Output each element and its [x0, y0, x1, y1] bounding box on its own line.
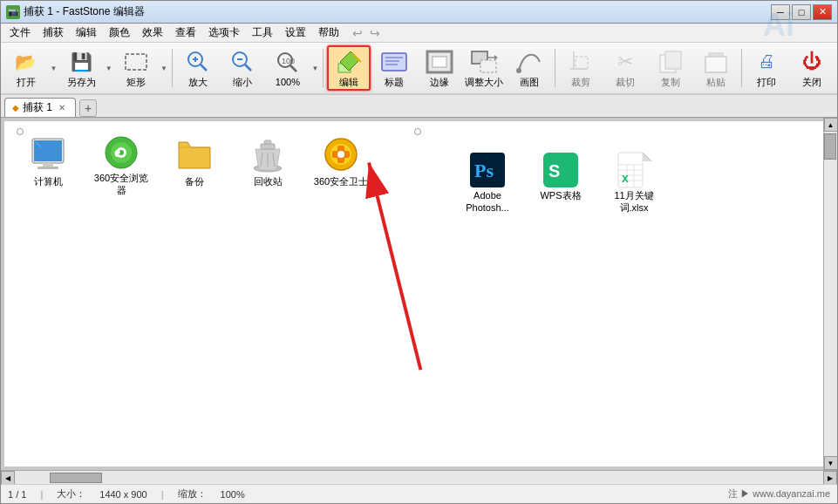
- crop-button[interactable]: 裁剪: [559, 45, 603, 91]
- menu-color[interactable]: 颜色: [104, 24, 135, 42]
- print-button[interactable]: 🖨 打印: [746, 45, 789, 91]
- computer-label: 计算机: [34, 175, 63, 187]
- menu-help[interactable]: 帮助: [313, 24, 344, 42]
- annotation-circle-left: [17, 128, 24, 135]
- draw-label: 画图: [520, 76, 539, 89]
- scroll-right-button[interactable]: ▶: [823, 471, 837, 485]
- icon-360guard[interactable]: 360安全卫士: [306, 130, 376, 200]
- copy-icon: [657, 48, 685, 76]
- saveas-dropdown[interactable]: ▼: [105, 45, 113, 91]
- zoom-100-button[interactable]: 100 100%: [266, 45, 310, 91]
- zoom-100-icon: 100: [274, 49, 302, 77]
- menu-settings[interactable]: 设置: [280, 24, 311, 42]
- cut-button[interactable]: ✂ 裁切: [603, 45, 647, 91]
- copy-button[interactable]: 复制: [649, 45, 692, 91]
- scroll-up-button[interactable]: ▲: [824, 118, 838, 132]
- horizontal-scrollbar-wrap: ◀ ▶: [1, 470, 837, 484]
- draw-icon: [515, 48, 543, 76]
- svg-rect-0: [126, 54, 146, 70]
- label-icon: [380, 48, 408, 76]
- tab-bar: ◆ 捕获 1 ✕ +: [1, 95, 837, 118]
- zoom-dropdown[interactable]: ▼: [311, 45, 320, 91]
- icon-photoshop[interactable]: Ps Adobe Photosh...: [453, 147, 522, 200]
- icon-recycle[interactable]: 回收站: [233, 130, 303, 200]
- app-icon: 📷: [6, 5, 20, 19]
- scroll-left-button[interactable]: ◀: [1, 471, 15, 485]
- tab-capture1[interactable]: ◆ 捕获 1 ✕: [4, 98, 76, 117]
- scroll-track-v: [824, 132, 837, 456]
- draw-button[interactable]: 画图: [508, 45, 551, 91]
- icon-360browser[interactable]: e 360安全浏览器: [86, 130, 156, 200]
- svg-rect-14: [382, 53, 406, 71]
- cut-icon: ✂: [611, 48, 639, 76]
- edit-icon: [335, 48, 363, 76]
- saveas-button[interactable]: 💾 另存为: [59, 45, 103, 91]
- resize-button[interactable]: 调整大小: [462, 45, 506, 91]
- browser-label: 360安全浏览器: [90, 172, 153, 197]
- icon-excel[interactable]: x 11月关键词.xlsx: [599, 147, 669, 200]
- svg-text:x: x: [622, 171, 629, 185]
- redo-button[interactable]: ↪: [367, 26, 383, 40]
- svg-text:100: 100: [282, 57, 295, 65]
- svg-rect-44: [264, 140, 271, 144]
- wps-label: WPS表格: [540, 189, 581, 201]
- tab-close-button[interactable]: ✕: [56, 102, 68, 114]
- undo-redo-group: ↩ ↪: [350, 26, 383, 40]
- edit-button[interactable]: 编辑: [327, 45, 371, 91]
- menu-tab[interactable]: 选项卡: [203, 24, 245, 42]
- close-toolbar-button[interactable]: ⏻ 关闭: [790, 45, 834, 91]
- window-close-button[interactable]: ✕: [813, 4, 832, 20]
- rect-dropdown[interactable]: ▼: [160, 45, 168, 91]
- excel-icon: x: [613, 151, 655, 189]
- menu-tools[interactable]: 工具: [247, 24, 278, 42]
- tab-icon: ◆: [12, 103, 19, 112]
- svg-text:e: e: [114, 145, 120, 160]
- menu-edit[interactable]: 编辑: [71, 24, 102, 42]
- icon-wps[interactable]: S WPS表格: [526, 147, 596, 200]
- menu-view[interactable]: 查看: [170, 24, 201, 42]
- rect-icon: [122, 48, 150, 76]
- menu-capture[interactable]: 捕获: [37, 24, 69, 42]
- wps-icon: S: [540, 151, 582, 189]
- crop-icon: [567, 48, 595, 76]
- zoom-in-button[interactable]: 放大: [176, 45, 220, 91]
- crop-label: 裁剪: [571, 76, 590, 89]
- open-dropdown[interactable]: ▼: [50, 45, 58, 91]
- title-bar: 📷 捕获 1 - FastStone 编辑器 ─ □ ✕: [1, 1, 837, 24]
- scroll-thumb-v[interactable]: [824, 133, 836, 160]
- paste-button[interactable]: 粘贴: [694, 45, 738, 91]
- open-button[interactable]: 📂 打开: [4, 45, 48, 91]
- scroll-thumb-h[interactable]: [50, 473, 102, 483]
- zoom-out-button[interactable]: 缩小: [221, 45, 264, 91]
- horizontal-scrollbar: [15, 471, 823, 484]
- undo-button[interactable]: ↩: [350, 26, 365, 40]
- rect-button[interactable]: 矩形: [114, 45, 158, 91]
- menu-effect[interactable]: 效果: [137, 24, 168, 42]
- svg-rect-27: [576, 57, 588, 69]
- resize-icon: [470, 48, 498, 76]
- maximize-button[interactable]: □: [792, 4, 811, 20]
- scroll-down-button[interactable]: ▼: [824, 456, 838, 470]
- add-tab-button[interactable]: +: [79, 99, 97, 117]
- open-icon: 📂: [12, 48, 40, 76]
- icon-backup[interactable]: 备份: [160, 130, 229, 200]
- svg-line-7: [245, 65, 251, 71]
- computer-icon: [27, 133, 69, 175]
- paste-label: 粘贴: [706, 76, 726, 89]
- recycle-label: 回收站: [254, 175, 283, 187]
- empty-slot: [379, 130, 449, 200]
- photoshop-icon: Ps: [467, 151, 508, 189]
- minimize-button[interactable]: ─: [771, 4, 790, 20]
- border-button[interactable]: 边缘: [418, 45, 461, 91]
- copy-label: 复制: [661, 76, 680, 89]
- status-bar: 1 / 1 | 大小： 1440 x 900 | 缩放： 100% 注 ▶ ww…: [1, 484, 837, 503]
- backup-icon: [174, 133, 215, 175]
- label-button[interactable]: 标题: [372, 45, 416, 91]
- vertical-scrollbar[interactable]: ▲ ▼: [823, 118, 837, 470]
- menu-file[interactable]: 文件: [4, 24, 36, 42]
- icon-computer[interactable]: 计算机: [13, 130, 83, 200]
- svg-rect-43: [261, 144, 275, 149]
- close-toolbar-label: 关闭: [802, 76, 821, 89]
- canvas-content: 计算机 e 360安全浏览器: [4, 121, 823, 467]
- zoom-in-icon: [184, 48, 212, 76]
